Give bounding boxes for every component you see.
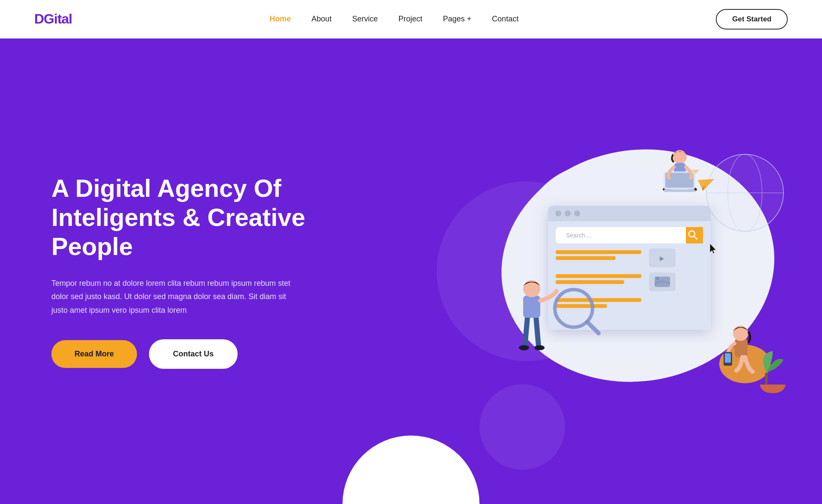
svg-point-28: [656, 277, 659, 280]
nav-item-home[interactable]: Home: [269, 15, 291, 24]
hero-title: A Digital Agency Of Inteligents & Creati…: [51, 174, 342, 261]
contact-us-button[interactable]: Contact Us: [149, 339, 238, 369]
hero-description: Tempor rebum no at dolore lorem clita re…: [51, 277, 291, 317]
bottom-wave-deco: [342, 436, 480, 504]
svg-point-49: [523, 280, 540, 297]
svg-point-11: [555, 210, 561, 216]
hero-section: A Digital Agency Of Inteligents & Creati…: [0, 39, 822, 504]
svg-rect-20: [556, 250, 641, 254]
svg-point-12: [565, 210, 571, 216]
hero-illustration: Search....: [454, 125, 796, 407]
nav-link-contact[interactable]: Contact: [492, 15, 518, 23]
nav-item-project[interactable]: Project: [399, 15, 423, 24]
svg-point-46: [519, 345, 529, 350]
nav-item-about[interactable]: About: [311, 15, 331, 24]
nav-link-about[interactable]: About: [311, 15, 331, 23]
svg-point-13: [574, 210, 580, 216]
nav-link-project[interactable]: Project: [399, 15, 423, 23]
nav-link-home[interactable]: Home: [269, 15, 291, 23]
svg-point-42: [733, 326, 748, 341]
svg-rect-41: [735, 338, 748, 357]
svg-rect-48: [523, 296, 540, 318]
svg-point-4: [707, 155, 783, 231]
svg-text:Search....: Search....: [566, 232, 592, 239]
svg-rect-30: [556, 304, 607, 308]
read-more-button[interactable]: Read More: [51, 340, 137, 368]
get-started-button[interactable]: Get Started: [716, 9, 788, 30]
hero-buttons: Read More Contact Us: [51, 339, 342, 369]
svg-rect-29: [556, 298, 641, 302]
svg-rect-39: [664, 190, 695, 192]
nav-item-pages[interactable]: Pages +: [443, 15, 472, 24]
svg-point-47: [534, 345, 545, 350]
svg-rect-24: [556, 274, 641, 278]
svg-rect-25: [556, 280, 624, 284]
svg-rect-21: [556, 256, 616, 260]
nav-item-service[interactable]: Service: [352, 15, 378, 24]
svg-point-33: [673, 150, 687, 164]
logo-text: DGital: [34, 11, 72, 27]
nav-link-pages[interactable]: Pages +: [443, 15, 472, 23]
navbar: DGital Home About Service Project Pages …: [0, 0, 822, 39]
svg-rect-45: [725, 353, 731, 363]
svg-rect-10: [548, 213, 711, 221]
hero-content: A Digital Agency Of Inteligents & Creati…: [51, 174, 342, 369]
nav-item-contact[interactable]: Contact: [492, 15, 518, 24]
svg-rect-8: [548, 206, 711, 330]
brand-logo[interactable]: DGital: [34, 11, 72, 27]
svg-rect-43: [765, 373, 768, 385]
nav-link-service[interactable]: Service: [352, 15, 378, 23]
nav-menu: Home About Service Project Pages + Conta…: [269, 15, 518, 24]
